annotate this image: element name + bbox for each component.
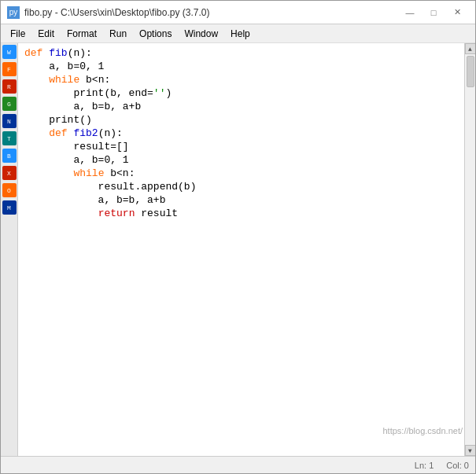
- menu-item-run[interactable]: Run: [103, 25, 133, 42]
- left-sidebar: WFRGNTBXOM: [1, 43, 18, 456]
- menu-item-help[interactable]: Help: [224, 25, 256, 42]
- code-area[interactable]: def fib(n): a, b=0, 1 while b<n: print(b…: [18, 43, 464, 456]
- sidebar-icon[interactable]: G: [2, 97, 17, 111]
- code-line: a, b=b, a+b: [24, 100, 458, 113]
- status-bar: Ln: 1 Col: 0: [1, 456, 475, 473]
- maximize-button[interactable]: □: [422, 4, 445, 21]
- sidebar-icon[interactable]: W: [2, 45, 17, 59]
- code-line: while b<n:: [24, 73, 458, 86]
- menu-item-file[interactable]: File: [4, 25, 31, 42]
- menu-item-edit[interactable]: Edit: [31, 25, 61, 42]
- scroll-down[interactable]: ▼: [465, 445, 476, 456]
- code-line: a, b=0, 1: [24, 60, 458, 73]
- scroll-up[interactable]: ▲: [465, 43, 476, 54]
- close-button[interactable]: ✕: [445, 4, 469, 21]
- title-controls: — □ ✕: [398, 4, 469, 21]
- title-bar: py fibo.py - C:\Users\xin\Desktop\fibo.p…: [1, 1, 475, 24]
- code-line: a, b=0, 1: [24, 153, 458, 167]
- menu-item-window[interactable]: Window: [178, 25, 224, 42]
- sidebar-icon[interactable]: T: [2, 131, 17, 145]
- status-col: Col: 0: [446, 461, 469, 470]
- code-line: def fib(n):: [24, 46, 458, 60]
- editor-container: def fib(n): a, b=0, 1 while b<n: print(b…: [18, 43, 475, 456]
- scroll-thumb[interactable]: [467, 56, 474, 87]
- status-ln: Ln: 1: [415, 461, 434, 470]
- editor-body: def fib(n): a, b=0, 1 while b<n: print(b…: [18, 43, 475, 456]
- right-scrollbar[interactable]: ▲ ▼: [464, 43, 475, 456]
- code-line: print(): [24, 113, 458, 127]
- code-line: result=[]: [24, 140, 458, 153]
- title-bar-left: py fibo.py - C:\Users\xin\Desktop\fibo.p…: [7, 6, 209, 19]
- minimize-button[interactable]: —: [398, 4, 422, 21]
- menu-bar: FileEditFormatRunOptionsWindowHelp: [1, 24, 475, 43]
- menu-item-options[interactable]: Options: [133, 25, 178, 42]
- sidebar-icon[interactable]: R: [2, 79, 17, 94]
- sidebar-icon[interactable]: M: [2, 200, 17, 215]
- sidebar-icon[interactable]: O: [2, 183, 17, 197]
- app-icon: py: [7, 6, 20, 19]
- code-line: return result: [24, 207, 458, 220]
- main-window: py fibo.py - C:\Users\xin\Desktop\fibo.p…: [0, 0, 476, 474]
- scroll-track: [466, 54, 475, 445]
- sidebar-icon[interactable]: F: [2, 62, 17, 76]
- menu-item-format[interactable]: Format: [61, 25, 103, 42]
- code-line: print(b, end=''): [24, 86, 458, 100]
- content-area: WFRGNTBXOM def fib(n): a, b=0, 1 while b…: [1, 43, 475, 456]
- sidebar-icon[interactable]: X: [2, 166, 17, 180]
- code-line: while b<n:: [24, 167, 458, 180]
- code-line: result.append(b): [24, 180, 458, 193]
- code-line: def fib2(n):: [24, 127, 458, 140]
- code-line: a, b=b, a+b: [24, 193, 458, 207]
- window-title: fibo.py - C:\Users\xin\Desktop\fibo.py (…: [24, 7, 209, 18]
- sidebar-icon[interactable]: B: [2, 149, 17, 163]
- sidebar-icon[interactable]: N: [2, 114, 17, 128]
